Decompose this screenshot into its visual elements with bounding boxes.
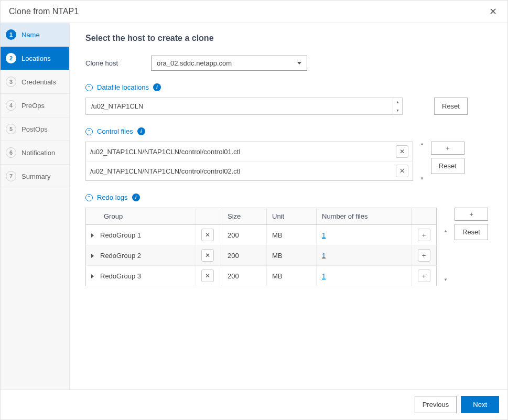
info-icon[interactable]: i [153,83,161,91]
section-title: Control files [97,127,133,135]
redo-logs-row: Group Size Unit Number of files RedoGrou… [85,208,492,286]
redo-files-link[interactable]: 1 [322,272,326,280]
step-number: 2 [6,53,16,63]
redo-files-link[interactable]: 1 [322,252,326,260]
add-redo-group-button[interactable]: + [455,208,488,221]
sidebar-item-locations[interactable]: 2 Locations [1,47,69,70]
add-redo-file-button[interactable]: + [418,249,430,262]
clone-host-value: ora_02.sddc.netapp.com [157,59,232,67]
step-number: 3 [6,77,16,87]
scroll-up-icon[interactable]: ▲ [417,142,427,146]
clone-host-row: Clone host ora_02.sddc.netapp.com [85,56,492,71]
expand-row-icon[interactable] [91,274,94,278]
control-file-item[interactable]: /u02_NTAP1CLN/NTAP1CLN/control/control01… [86,142,413,161]
scroll-down-icon[interactable]: ▼ [417,176,427,181]
remove-control-file-button[interactable]: ✕ [396,165,408,177]
redo-size: 200 [222,225,267,245]
step-number: 4 [6,100,16,111]
control-files-list: /u02_NTAP1CLN/NTAP1CLN/control/control01… [85,142,413,181]
sidebar-item-label: Summary [21,173,51,180]
info-icon[interactable]: i [132,193,140,201]
table-row: RedoGroup 3 ✕ 200 MB 1 + [86,266,437,286]
remove-redo-button[interactable]: ✕ [201,229,214,241]
sidebar-item-credentials[interactable]: 3 Credentials [1,70,69,94]
redo-group-name: RedoGroup 1 [100,231,141,239]
sidebar-item-name[interactable]: 1 Name [1,23,69,47]
redo-unit: MB [267,245,317,266]
controlfiles-section-header: ⌃ Control files i [85,127,492,135]
section-title: Datafile locations [97,83,149,91]
step-number: 7 [6,171,16,181]
col-size: Size [222,208,267,225]
redo-group-name: RedoGroup 2 [100,252,141,260]
redo-unit: MB [267,225,317,245]
redo-files-link[interactable]: 1 [322,231,326,239]
sidebar-item-summary[interactable]: 7 Summary [1,165,69,188]
next-button[interactable]: Next [461,396,499,413]
add-redo-file-button[interactable]: + [418,229,430,241]
table-row: RedoGroup 2 ✕ 200 MB 1 + [86,245,437,266]
collapse-icon[interactable]: ⌃ [85,194,93,201]
expand-row-icon[interactable] [91,254,94,258]
close-icon[interactable]: ✕ [487,6,499,17]
chevron-down-icon [297,62,301,64]
redo-logs-table: Group Size Unit Number of files RedoGrou… [85,208,437,286]
page-heading: Select the host to create a clone [85,34,492,43]
main-content: Select the host to create a clone Clone … [70,23,507,389]
remove-redo-button[interactable]: ✕ [201,270,214,282]
control-file-path: /u02_NTAP1CLN/NTAP1CLN/control/control01… [90,148,396,156]
info-icon[interactable]: i [137,127,145,135]
section-title: Redo logs [97,193,128,201]
datafile-location-input[interactable]: /u02_NTAP1CLN ▲ ▼ [85,98,403,115]
clone-host-select[interactable]: ora_02.sddc.netapp.com [151,56,307,71]
scroll-down-icon[interactable]: ▼ [441,277,450,282]
sidebar-item-preops[interactable]: 4 PreOps [1,94,69,117]
add-redo-file-button[interactable]: + [418,270,430,282]
redo-section-header: ⌃ Redo logs i [85,193,492,201]
reset-control-files-button[interactable]: Reset [431,158,464,174]
sidebar-item-postops[interactable]: 5 PostOps [1,117,69,141]
sidebar-item-label: PreOps [21,102,45,110]
sidebar-item-label: PostOps [21,125,48,133]
redo-size: 200 [222,245,267,266]
col-number-of-files: Number of files [317,208,412,225]
scroll-column: ▲ ▼ [417,142,427,181]
reset-datafile-button[interactable]: Reset [434,98,468,115]
modal-title: Clone from NTAP1 [9,7,79,16]
spinner-down-icon[interactable]: ▼ [393,106,402,115]
table-row: RedoGroup 1 ✕ 200 MB 1 + [86,225,437,245]
redo-unit: MB [267,266,317,286]
sidebar-item-label: Credentials [21,78,56,86]
control-file-item[interactable]: /u02_NTAP1CLN/NTAP1CLN/control/control02… [86,161,413,180]
modal-footer: Previous Next [1,389,507,419]
step-number: 5 [6,124,16,134]
col-group: Group [86,208,196,225]
datafile-location-row: /u02_NTAP1CLN ▲ ▼ Reset [85,98,492,115]
step-number: 6 [6,147,16,158]
reset-redo-button[interactable]: Reset [455,224,488,240]
expand-row-icon[interactable] [91,233,94,238]
sidebar-item-label: Notification [21,149,55,157]
control-files-actions: + Reset [431,142,464,174]
add-control-file-button[interactable]: + [431,142,464,155]
sidebar-item-notification[interactable]: 6 Notification [1,141,69,165]
spinner: ▲ ▼ [393,98,402,114]
clone-modal: Clone from NTAP1 ✕ 1 Name 2 Locations 3 … [0,0,508,420]
collapse-icon[interactable]: ⌃ [85,128,93,135]
redo-size: 200 [222,266,267,286]
redo-actions: + Reset [455,208,488,240]
modal-header: Clone from NTAP1 ✕ [1,1,507,23]
col-unit: Unit [267,208,317,225]
scroll-up-icon[interactable]: ▲ [441,229,450,233]
control-file-path: /u02_NTAP1CLN/NTAP1CLN/control/control02… [90,167,396,175]
sidebar-item-label: Name [21,31,40,39]
redo-group-name: RedoGroup 3 [100,272,141,280]
spinner-up-icon[interactable]: ▲ [393,98,402,106]
wizard-sidebar: 1 Name 2 Locations 3 Credentials 4 PreOp… [1,23,70,389]
clone-host-label: Clone host [85,59,151,67]
previous-button[interactable]: Previous [415,396,457,413]
remove-redo-button[interactable]: ✕ [201,249,214,262]
collapse-icon[interactable]: ⌃ [85,84,93,91]
sidebar-item-label: Locations [21,55,51,62]
remove-control-file-button[interactable]: ✕ [396,145,408,158]
